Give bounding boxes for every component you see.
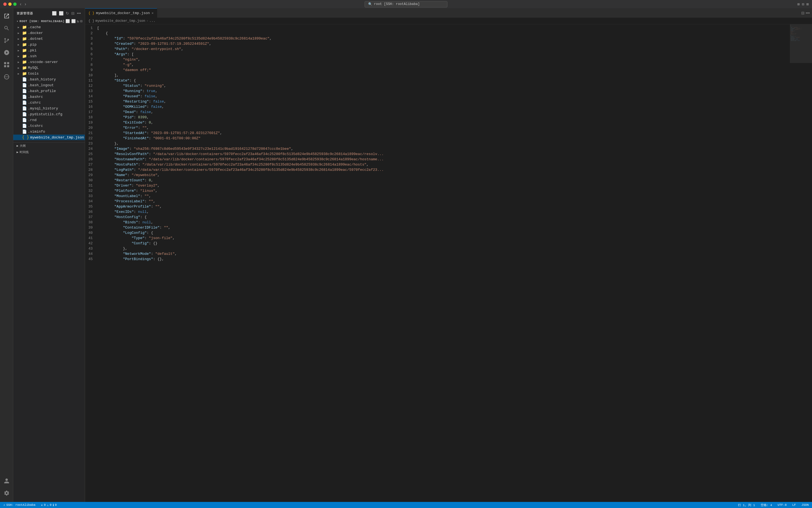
breadcrumb-path[interactable]: ... [149, 19, 155, 23]
line-ending-label: LF [792, 503, 796, 507]
sidebar-item-label: .cache [28, 25, 41, 29]
breadcrumb-icon: { } [88, 19, 94, 23]
sidebar-item-label: .bash_history [28, 77, 56, 82]
panel-layout-icon[interactable]: ⊞ [797, 2, 800, 7]
sidebar-item-label: .pydistutils.cfg [28, 112, 62, 116]
tab-close-button[interactable]: ✕ [152, 11, 153, 15]
code-content[interactable]: [ { "Id": "5970fecc2af23a46af34c25280f8c… [97, 24, 790, 502]
sidebar-item-mysql-history[interactable]: 📄 .mysql_history [13, 105, 85, 112]
sidebar: 资源管理器 ⬜ ⬜ ↻ ⊟ ••• ▾ ROOT [SSH: ROOTALIBA… [13, 8, 85, 502]
new-folder-button[interactable]: ⬜ [58, 10, 64, 16]
collapse-icon[interactable]: ⊟ [80, 19, 83, 24]
more-actions-button[interactable]: ••• [806, 11, 810, 15]
file-icon: 📄 [22, 94, 27, 99]
activity-bar [0, 8, 13, 502]
sidebar-item-dotnet[interactable]: ▶ 📁 .dotnet [13, 36, 85, 42]
sidebar-item-pki[interactable]: ▶ 📁 .pki [13, 47, 85, 53]
timeline-section[interactable]: ▶ 时间线 [13, 149, 85, 155]
tree-root-label[interactable]: ▾ ROOT [SSH: ROOTALIBABA] ⬜ ⬜ ↻ ⊟ [13, 18, 85, 24]
tabs-bar: { } mywebsite_docker_tmp.json ✕ ⊟ ••• [85, 8, 812, 18]
more-button[interactable]: ••• [76, 10, 82, 16]
extensions-activity-icon[interactable] [1, 59, 12, 70]
search-text: root [SSH: rootAlibaba] [374, 2, 420, 6]
chevron-right-icon: ▶ [18, 26, 22, 29]
folder-icon: 📁 [22, 60, 27, 65]
search-icon: 🔍 [368, 2, 372, 6]
new-folder-icon[interactable]: ⬜ [71, 19, 76, 24]
sidebar-item-viminfo[interactable]: 📄 .viminfo [13, 129, 85, 135]
editor-main[interactable]: 12345 678910 1112131415 1617181920 21222… [85, 24, 790, 502]
error-icon: ✕ [41, 503, 43, 507]
sidebar-item-bash-logout[interactable]: 📄 .bash_logout [13, 82, 85, 88]
row-col-label: 行 1, 列 1 [738, 503, 755, 507]
search-activity-icon[interactable] [1, 23, 12, 34]
sidebar-item-docker[interactable]: ▶ 📁 .docker [13, 30, 85, 36]
explorer-activity-icon[interactable] [1, 10, 12, 22]
folder-icon: 📁 [22, 71, 27, 76]
sidebar-item-pydistutils[interactable]: 📄 .pydistutils.cfg [13, 112, 85, 117]
sidebar-item-bashrc[interactable]: 📄 .bashrc [13, 94, 85, 100]
breadcrumb-file[interactable]: mywebsite_docker_tmp.json [96, 19, 145, 23]
settings-activity-icon[interactable] [1, 488, 12, 499]
split-editor-button[interactable]: ⊟ [801, 11, 805, 15]
sidebar-item-bash-profile[interactable]: 📄 .bash_profile [13, 88, 85, 94]
root-label: ROOT [SSH: ROOTALIBABA] [19, 19, 65, 23]
row-col-status[interactable]: 行 1, 列 1 [737, 502, 756, 508]
collapse-all-button[interactable]: ⊟ [71, 10, 75, 16]
sidebar-item-mywebsite-json[interactable]: { } mywebsite_docker_tmp.json [13, 135, 85, 140]
new-file-icon[interactable]: ⬜ [65, 19, 70, 24]
sidebar-item-label: .cshrc [28, 100, 41, 105]
tab-mywebsite-json[interactable]: { } mywebsite_docker_tmp.json ✕ [85, 8, 157, 18]
sidebar-item-bash-history[interactable]: 📄 .bash_history [13, 77, 85, 82]
scm-activity-icon[interactable] [1, 35, 12, 46]
back-button[interactable]: ‹ [19, 1, 22, 7]
title-bar-center: 🔍 root [SSH: rootAlibaba] [365, 1, 447, 7]
sidebar-item-tools[interactable]: ▶ 📁 tools [13, 71, 85, 77]
sidebar-item-vscode-server[interactable]: ▶ 📁 .vscode-server [13, 59, 85, 65]
maximize-button[interactable] [13, 2, 16, 6]
breadcrumb-sep: › [146, 19, 148, 23]
forward-button[interactable]: › [23, 1, 27, 7]
split-layout-icon[interactable]: ⊟ [802, 2, 804, 7]
file-icon: 📄 [22, 89, 27, 93]
sidebar-item-label: .rnd [28, 118, 37, 122]
sidebar-item-label: mywebsite_docker_tmp.json [30, 135, 84, 139]
new-file-button[interactable]: ⬜ [51, 10, 57, 16]
sidebar-item-label: .pip [28, 43, 37, 47]
json-file-icon: { } [22, 135, 29, 139]
close-button[interactable] [3, 2, 7, 6]
sidebar-item-cshrc[interactable]: 📄 .cshrc [13, 100, 85, 105]
status-bar-left: ⚡ SSH: rootAlibaba ✕ 0 ⚠ 0 ℹ 0 [2, 502, 58, 508]
account-activity-icon[interactable] [1, 475, 12, 486]
sidebar-item-cache[interactable]: ▶ 📁 .cache [13, 24, 85, 30]
sidebar-item-pip[interactable]: ▶ 📁 .pip [13, 42, 85, 47]
encoding-status[interactable]: UTF-8 [776, 502, 788, 508]
sidebar-item-label: .tcshrc [28, 124, 43, 128]
sidebar-item-label: .viminfo [28, 130, 45, 134]
sidebar-item-ssh[interactable]: ▶ 📁 .ssh [13, 53, 85, 59]
timeline-label: 时间线 [19, 150, 29, 154]
run-activity-icon[interactable] [1, 47, 12, 58]
remote-activity-icon[interactable] [1, 71, 12, 82]
refresh-button[interactable]: ↻ [65, 10, 69, 16]
folder-icon: 📁 [22, 42, 27, 47]
sidebar-item-rnd[interactable]: 📄 .rnd [13, 117, 85, 123]
customize-layout-icon[interactable]: ⊠ [807, 2, 809, 7]
sidebar-item-tcshrc[interactable]: 📄 .tcshrc [13, 123, 85, 129]
traffic-lights [3, 2, 16, 6]
sidebar-item-label: .pki [28, 48, 37, 52]
spaces-status[interactable]: 空格: 4 [760, 502, 773, 508]
outline-section[interactable]: ▶ 大纲 [13, 142, 85, 149]
sidebar-content: ▾ ROOT [SSH: ROOTALIBABA] ⬜ ⬜ ↻ ⊟ ▶ 📁 .c… [13, 18, 85, 502]
search-bar[interactable]: 🔍 root [SSH: rootAlibaba] [365, 1, 447, 7]
ssh-status-item[interactable]: ⚡ SSH: rootAlibaba [2, 502, 37, 508]
error-status-item[interactable]: ✕ 0 ⚠ 0 ℹ 0 [40, 502, 58, 508]
line-ending-status[interactable]: LF [791, 502, 797, 508]
svg-rect-3 [7, 65, 9, 67]
sidebar-item-label: MySQL [28, 66, 39, 70]
sidebar-item-mysql[interactable]: ▶ 📁 MySQL [13, 65, 85, 71]
refresh-icon[interactable]: ↻ [77, 19, 79, 24]
app-body: 资源管理器 ⬜ ⬜ ↻ ⊟ ••• ▾ ROOT [SSH: ROOTALIBA… [0, 8, 812, 502]
minimize-button[interactable] [8, 2, 12, 6]
language-status[interactable]: JSON [800, 502, 810, 508]
